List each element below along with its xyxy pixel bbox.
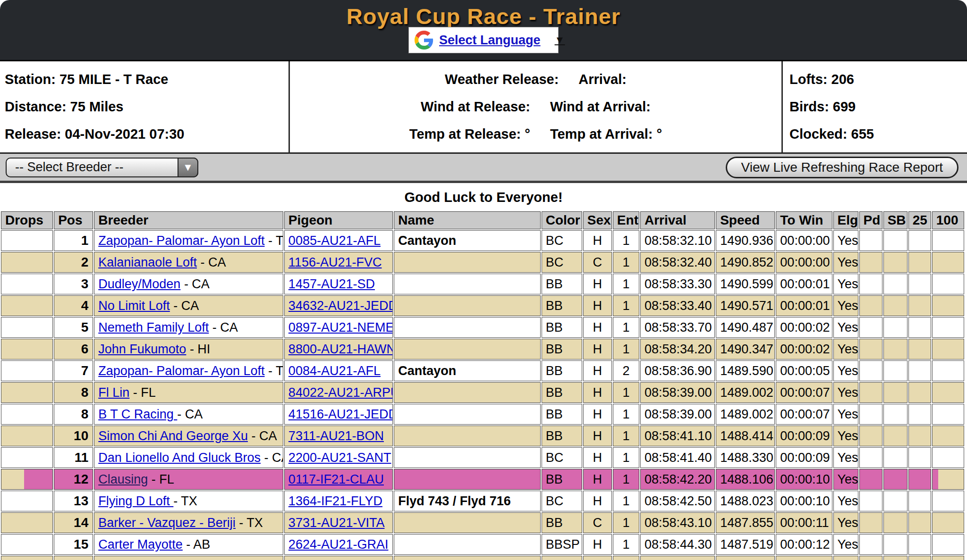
google-translate-widget[interactable]: Select Language ▼ xyxy=(408,27,559,53)
breeder-link[interactable]: Fl Lin xyxy=(98,385,129,400)
color-cell: BB xyxy=(542,426,582,446)
pd-cell xyxy=(859,382,882,403)
drops-cell xyxy=(1,317,53,338)
towin-cell: 00:00:09 xyxy=(776,447,832,468)
breeder-link[interactable]: John Fukumoto xyxy=(98,342,186,356)
pigeon-link[interactable]: 1364-IF21-FLYD xyxy=(288,494,382,508)
pigeon-link[interactable]: 84022-AU21-ARPU xyxy=(288,385,393,400)
pigeon-link[interactable]: 8800-AU21-HAWN xyxy=(288,342,393,356)
breeder-link[interactable]: Flying D Loft xyxy=(98,494,173,508)
pos-cell: 14 xyxy=(54,512,93,533)
pos-cell: 10 xyxy=(54,426,93,446)
table-row: 15 Carter Mayotte - AB 2624-AU21-GRAI BB… xyxy=(1,534,964,555)
breeder-link[interactable]: Dudley/Moden xyxy=(98,277,180,291)
breeder-state: - CA xyxy=(197,255,226,269)
breeder-link[interactable]: Barker - Vazquez - Beriji xyxy=(98,516,236,530)
elg-cell: Yes xyxy=(833,447,858,468)
pigeon-link[interactable]: 3731-AU21-VITA xyxy=(288,516,385,530)
sex-cell: H xyxy=(583,317,612,338)
breeder-link[interactable]: Zapopan- Palomar- Ayon Loft xyxy=(98,364,264,378)
speed-cell: 1490.599 xyxy=(716,274,775,294)
pigeon-link[interactable]: 1156-AU21-FVC xyxy=(288,255,382,269)
cell-25 xyxy=(908,512,931,533)
breeder-state: - AB xyxy=(183,537,211,552)
ent-cell: 1 xyxy=(613,252,639,273)
pigeon-link[interactable]: 41516-AU21-JEDD xyxy=(288,407,393,421)
pigeon-link[interactable]: 0084-AU21-AFL xyxy=(288,364,381,378)
pigeon-link[interactable]: 1457-AU21-SD xyxy=(288,277,375,291)
view-live-report-button[interactable]: View Live Refreshing Race Report xyxy=(726,157,959,178)
pos-cell: 12 xyxy=(54,469,93,490)
elg-cell: Yes xyxy=(833,534,858,555)
col-header-name: Name xyxy=(394,211,540,229)
pigeon-link[interactable]: 0085-AU21-AFL xyxy=(288,234,381,248)
arrival-cell: 08:58:42.20 xyxy=(640,469,715,490)
speed-cell: 1488.414 xyxy=(716,426,775,446)
breeder-link[interactable]: Simon Chi And George Xu xyxy=(98,429,248,443)
table-row: 14 Barker - Vazquez - Beriji - TX 3731-A… xyxy=(1,512,964,533)
elg-cell: Yes xyxy=(833,360,858,381)
breeder-link[interactable]: No Limit Loft xyxy=(98,299,170,313)
pigeon-link[interactable]: 2200-AU21-SANT xyxy=(288,451,391,465)
cell-100 xyxy=(932,491,964,511)
pos-cell: 2 xyxy=(54,252,93,273)
pigeon-link[interactable]: 0117-IF21-CLAU xyxy=(288,472,384,486)
speed-cell: 1490.487 xyxy=(716,317,775,338)
pigeon-link[interactable]: 2624-AU21-GRAI xyxy=(288,537,389,552)
col-header-to-win: To Win xyxy=(776,211,832,229)
breeder-state: - FL xyxy=(129,385,156,400)
name-cell xyxy=(394,404,540,425)
distance-label: Distance: 75 Miles xyxy=(5,99,288,115)
breeder-link[interactable]: Clausing xyxy=(98,472,148,486)
pd-cell xyxy=(859,556,882,560)
breeder-select[interactable]: -- Select Breeder -- ▼ xyxy=(6,158,198,177)
col-header-drops: Drops xyxy=(1,211,53,229)
pigeon-link[interactable]: 34632-AU21-JEDD xyxy=(288,299,393,313)
race-info-section: Station: 75 MILE - T Race Distance: 75 M… xyxy=(0,60,967,154)
name-cell xyxy=(394,534,540,555)
color-cell: BB xyxy=(542,360,582,381)
elg-cell: Yes xyxy=(833,274,858,294)
speed-cell: 1489.002 xyxy=(716,404,775,425)
arrival-cell: 08:58:36.90 xyxy=(640,360,715,381)
sb-cell xyxy=(883,252,908,273)
elg-cell: Yes xyxy=(833,317,858,338)
cell-25 xyxy=(908,491,931,511)
pos-cell: 3 xyxy=(54,274,93,294)
pigeon-link[interactable]: 0897-AU21-NEME xyxy=(288,320,393,334)
breeder-link[interactable]: B T C Racing xyxy=(98,407,177,421)
speed-cell: 1490.347 xyxy=(716,339,775,359)
arrival-cell: 08:58:41.40 xyxy=(640,447,715,468)
pd-cell xyxy=(859,469,882,490)
towin-cell xyxy=(776,556,832,560)
arrival-cell: 08:58:34.20 xyxy=(640,339,715,359)
sex-cell: H xyxy=(583,382,612,403)
color-cell: BB xyxy=(542,512,582,533)
header-row: DropsPosBreederPigeonNameColorSexEntArri… xyxy=(1,211,964,229)
sex-cell: H xyxy=(583,426,612,446)
arrival-label: Arrival: xyxy=(578,72,627,87)
language-dropdown-arrow-icon[interactable]: ▼ xyxy=(554,35,566,45)
pos-cell: 8 xyxy=(54,382,93,403)
name-cell xyxy=(394,252,540,273)
pigeon-link[interactable]: 7311-AU21-BON xyxy=(288,429,384,443)
ent-cell: 1 xyxy=(613,230,639,251)
col-header-elg: Elg xyxy=(833,211,858,229)
sb-cell xyxy=(883,317,908,338)
color-cell xyxy=(542,556,582,560)
sb-cell xyxy=(883,360,908,381)
select-language-link[interactable]: Select Language xyxy=(439,33,541,48)
sex-cell: H xyxy=(583,469,612,490)
breeder-link[interactable]: Kalanianaole Loft xyxy=(98,255,197,269)
pos-cell: 15 xyxy=(54,534,93,555)
sb-cell xyxy=(883,447,908,468)
breeder-link[interactable]: Zapopan- Palomar- Ayon Loft xyxy=(98,234,264,248)
breeder-link[interactable]: Dan Lionello And Gluck Bros xyxy=(98,451,261,465)
table-row: 5 Nemeth Family Loft - CA 0897-AU21-NEME… xyxy=(1,317,964,338)
color-cell: BB xyxy=(542,339,582,359)
breeder-link[interactable]: Nemeth Family Loft xyxy=(98,320,209,334)
name-cell xyxy=(394,426,540,446)
cell-25 xyxy=(908,274,931,294)
breeder-link[interactable]: Carter Mayotte xyxy=(98,537,183,552)
select-dropdown-button[interactable]: ▼ xyxy=(178,158,198,177)
